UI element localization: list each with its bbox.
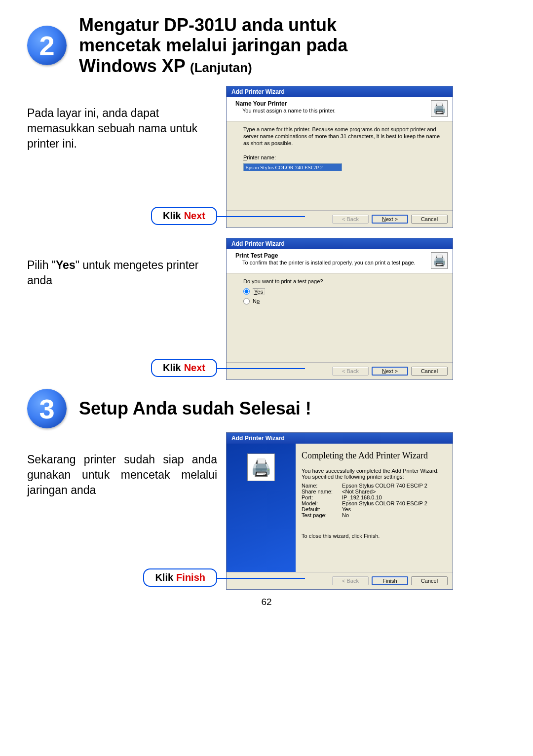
instruction-row-2: Pilih "Yes" untuk mengetes printer anda … (27, 238, 506, 380)
connector-line (216, 368, 305, 369)
wizard-side-banner: 🖨️ (227, 444, 296, 572)
wizard-subheading: You must assign a name to this printer. (242, 108, 431, 113)
settings-key: Model: (302, 500, 342, 506)
wizard-heading: Name Your Printer (235, 100, 431, 107)
settings-value: Epson Stylus COLOR 740 ESC/P 2 (342, 483, 427, 489)
wizard-test-page: Add Printer Wizard Print Test Page To co… (226, 238, 453, 380)
settings-value: IP_192.168.0.10 (342, 494, 382, 500)
instruction-text-3: Sekarang printer sudah siap anda gunakan… (27, 452, 217, 498)
klik-label: Klik (155, 572, 173, 583)
radio-yes[interactable] (243, 288, 250, 295)
radio-yes-label: Yes (253, 288, 265, 295)
section-header: 2 Mengatur DP-301U anda untuk mencetak m… (27, 15, 506, 76)
cancel-button[interactable]: Cancel (411, 215, 448, 224)
wizard-complete-desc: You have successfully completed the Add … (302, 468, 449, 480)
wizard-desc: Type a name for this printer. Because so… (243, 126, 441, 147)
settings-key: Default: (302, 506, 342, 512)
printer-icon: 🖨️ (247, 454, 275, 481)
settings-summary: Name:Epson Stylus COLOR 740 ESC/P 2Share… (302, 483, 449, 518)
connector-line (216, 216, 305, 217)
settings-row: Test page:No (302, 512, 449, 518)
cancel-button[interactable]: Cancel (411, 367, 448, 376)
instruction-row-1: Pada layar ini, anda dapat memasukkan se… (27, 86, 506, 228)
settings-key: Name: (302, 483, 342, 489)
klik-target: Next (184, 362, 205, 374)
klik-label: Klik (163, 210, 181, 222)
klik-label: Klik (163, 362, 181, 374)
section-title-3: Setup Anda sudah Selesai ! (79, 398, 311, 418)
connector-line (216, 578, 305, 579)
finish-button[interactable]: Finish (372, 576, 408, 585)
settings-row: Model:Epson Stylus COLOR 740 ESC/P 2 (302, 500, 449, 506)
callout-klik-next-2: Klik Next (151, 359, 217, 377)
wizard-heading: Print Test Page (235, 252, 431, 259)
instruction-row-3: Sekarang printer sudah siap anda gunakan… (27, 432, 506, 590)
next-button[interactable]: Next > (372, 367, 408, 376)
back-button[interactable]: < Back (332, 367, 369, 376)
instruction-text-2: Pilih "Yes" untuk mengetes printer anda (27, 258, 217, 288)
section-title: Mengatur DP-301U anda untuk mencetak mel… (79, 15, 347, 76)
klik-target: Finish (176, 572, 205, 583)
radio-no-label: No (253, 298, 260, 304)
title-line3a: Windows XP (79, 56, 190, 76)
settings-value: Epson Stylus COLOR 740 ESC/P 2 (342, 500, 427, 506)
settings-row: Share name:<Not Shared> (302, 489, 449, 494)
title-line1: Mengatur DP-301U anda untuk (79, 15, 337, 35)
section-header-3: 3 Setup Anda sudah Selesai ! (27, 389, 506, 428)
radio-no[interactable] (243, 298, 250, 304)
callout-klik-next-1: Klik Next (151, 207, 217, 225)
wizard-subheading: To confirm that the printer is installed… (242, 260, 431, 265)
settings-value: Yes (342, 506, 351, 512)
wizard-titlebar: Add Printer Wizard (227, 238, 453, 249)
settings-key: Share name: (302, 489, 342, 494)
wizard-titlebar: Add Printer Wizard (227, 433, 453, 444)
settings-row: Default:Yes (302, 506, 449, 512)
wizard-complete: Add Printer Wizard 🖨️ Completing the Add… (226, 432, 453, 590)
callout-klik-finish: Klik Finish (143, 568, 217, 587)
test-page-question: Do you want to print a test page? (243, 278, 441, 285)
settings-value: <Not Shared> (342, 489, 376, 494)
wizard-complete-heading: Completing the Add Printer Wizard (302, 451, 449, 461)
printer-name-label: Printer name: (243, 154, 441, 160)
klik-target: Next (184, 210, 205, 222)
back-button[interactable]: < Back (332, 576, 369, 585)
settings-key: Test page: (302, 512, 342, 518)
printer-icon: 🖨️ (431, 252, 448, 269)
printer-name-input[interactable] (243, 163, 342, 171)
instruction-text-1: Pada layar ini, anda dapat memasukkan se… (27, 106, 217, 151)
step-badge-3: 3 (27, 389, 67, 428)
settings-row: Port:IP_192.168.0.10 (302, 494, 449, 500)
settings-key: Port: (302, 494, 342, 500)
title-line3b: (Lanjutan) (190, 60, 252, 75)
cancel-button[interactable]: Cancel (411, 576, 448, 585)
settings-row: Name:Epson Stylus COLOR 740 ESC/P 2 (302, 483, 449, 489)
page-number: 62 (27, 597, 506, 607)
title-line2: mencetak melalui jaringan pada (79, 35, 347, 55)
wizard-close-hint: To close this wizard, click Finish. (302, 533, 449, 539)
wizard-name-printer: Add Printer Wizard Name Your Printer You… (226, 86, 453, 228)
step-badge-2: 2 (27, 26, 67, 65)
back-button[interactable]: < Back (332, 215, 369, 224)
settings-value: No (342, 512, 349, 518)
wizard-titlebar: Add Printer Wizard (227, 86, 453, 97)
printer-icon: 🖨️ (431, 100, 448, 117)
next-button[interactable]: Next > (372, 215, 408, 224)
